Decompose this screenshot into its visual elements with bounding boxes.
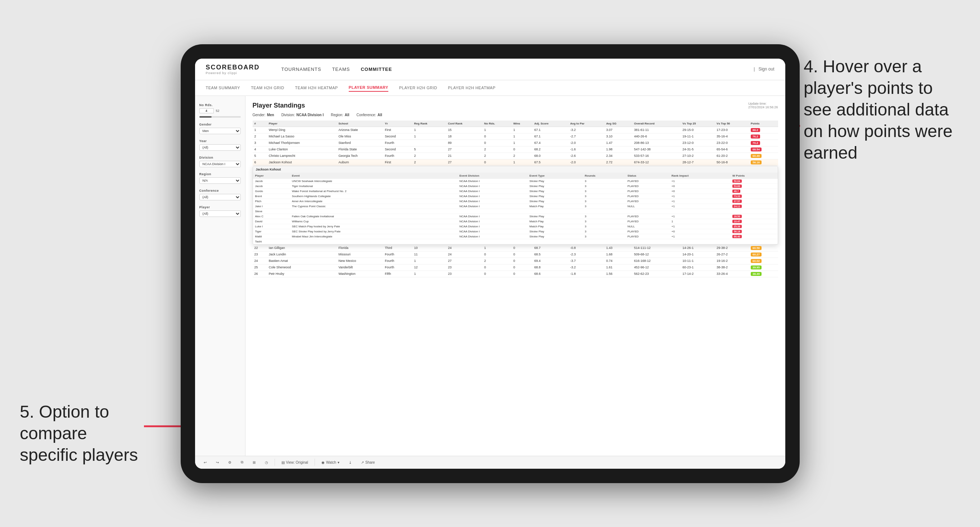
points-badge[interactable]: 60.27 <box>751 252 762 257</box>
event-cell-points[interactable]: 10.47 <box>730 219 777 224</box>
event-points-badge[interactable]: 50.64 <box>732 179 742 183</box>
cell-points[interactable]: 76.2 <box>749 133 778 140</box>
points-badge-hovered[interactable]: 58.18 <box>751 160 762 164</box>
cell-vs25: 19-11-1 <box>681 133 715 140</box>
cell-to-par: -1.6 <box>568 146 604 152</box>
event-points-badge[interactable]: 37.57 <box>732 200 742 203</box>
event-points-badge[interactable]: 10.47 <box>732 220 742 223</box>
cell-points[interactable]: 60.58 <box>749 244 778 251</box>
event-points-badge[interactable]: 73.33 <box>732 195 742 198</box>
clock-button[interactable]: ◷ <box>262 459 271 465</box>
event-points-badge[interactable]: 25.38 <box>732 225 742 228</box>
points-badge[interactable]: 39.95 <box>751 265 762 270</box>
subnav-team-summary[interactable]: TEAM SUMMARY <box>206 84 240 91</box>
update-date: 27/01/2024 16:56:26 <box>748 105 778 109</box>
event-points-badge[interactable]: 56.18 <box>732 230 742 233</box>
points-badge[interactable]: 70.2 <box>751 141 760 145</box>
event-points-badge[interactable]: 46.7 <box>732 190 740 193</box>
subnav-player-h2h-heatmap[interactable]: PLAYER H2H HEATMAP <box>448 84 496 91</box>
region-select[interactable]: N/A <box>199 177 241 184</box>
event-table-row: Brent Southern Highlands Collegiate NCAA… <box>253 194 778 198</box>
copy-button[interactable]: ⧉ <box>238 459 246 465</box>
no-rds-min-input[interactable] <box>199 108 214 113</box>
view-original-button[interactable]: ▤ View: Original <box>278 459 311 465</box>
sign-out-link[interactable]: Sign out <box>758 67 774 71</box>
cell-points[interactable]: 60.49 <box>749 152 778 159</box>
event-cell-division: NCAA Division I <box>457 203 527 209</box>
layout-button[interactable]: ⊞ <box>250 459 258 465</box>
cell-points[interactable]: 60.27 <box>749 251 778 257</box>
download-button[interactable]: ⤓ <box>346 459 355 465</box>
watch-button[interactable]: ◉ Watch ▾ <box>318 459 342 465</box>
event-cell-division: NCAA Division I <box>457 234 527 239</box>
conference-display: Conference: All <box>356 113 382 117</box>
no-rds-slider[interactable] <box>199 116 241 117</box>
event-cell-points[interactable]: 24.11 <box>730 203 777 209</box>
cell-overall: 674-33-12 <box>632 159 681 165</box>
event-cell-points[interactable]: 53.60 <box>730 183 777 189</box>
cell-rds: 2 <box>482 257 511 264</box>
cell-points[interactable]: 38.49 <box>749 270 778 277</box>
cell-to-par: -3.2 <box>568 264 604 270</box>
event-cell-points[interactable] <box>730 239 777 244</box>
points-badge[interactable]: 60.02 <box>751 259 762 263</box>
event-points-badge[interactable]: 53.60 <box>732 184 742 188</box>
bottom-toolbar: ↩ ↪ ⚙ ⧉ ⊞ ◷ ▤ View: Original ◉ Watch ▾ ⤓ <box>195 456 785 469</box>
points-badge[interactable]: 88.2 <box>751 128 760 132</box>
event-cell-points[interactable]: 66.40 <box>730 234 777 239</box>
points-badge[interactable]: 60.49 <box>751 154 762 158</box>
cell-adj-score: 68.2 <box>533 146 569 152</box>
redo-button[interactable]: ↪ <box>213 459 222 465</box>
share-label: Share <box>365 460 375 464</box>
subnav-player-summary[interactable]: PLAYER SUMMARY <box>349 84 388 92</box>
division-select[interactable]: NCAA Division I <box>199 161 241 167</box>
cell-points[interactable]: 58.18 <box>749 159 778 165</box>
event-points-badge[interactable]: 16.50 <box>732 215 742 218</box>
nav-teams[interactable]: TEAMS <box>332 65 350 73</box>
event-cell-rounds: 3 <box>583 214 625 219</box>
points-badge[interactable]: 76.2 <box>751 135 760 138</box>
event-cell-points[interactable]: 56.18 <box>730 229 777 234</box>
cell-to-par: -0.8 <box>568 244 604 251</box>
cell-avg-sg: 1.43 <box>604 244 632 251</box>
gender-select[interactable]: Men Women <box>199 128 241 134</box>
share-button[interactable]: ↗ Share <box>358 459 378 465</box>
cell-adj-score: 67.1 <box>533 127 569 133</box>
points-badge[interactable]: 60.58 <box>751 246 762 250</box>
nav-divider: | <box>754 67 755 71</box>
event-cell-points[interactable]: 46.7 <box>730 189 777 194</box>
no-rds-row: 52 <box>199 108 241 113</box>
cell-points[interactable]: 39.95 <box>749 264 778 270</box>
cell-points[interactable]: 60.02 <box>749 257 778 264</box>
cell-wins: 0 <box>511 270 532 277</box>
col-player: Player <box>267 121 337 127</box>
player-select[interactable]: (All) <box>199 210 241 217</box>
nav-committee[interactable]: COMMITTEE <box>361 65 392 73</box>
cell-points[interactable]: 88.2 <box>749 127 778 133</box>
subnav-team-h2h-heatmap[interactable]: TEAM H2H HEATMAP <box>295 84 338 91</box>
cell-points[interactable]: 70.2 <box>749 140 778 146</box>
event-cell-points[interactable]: 37.57 <box>730 198 777 203</box>
nav-tournaments[interactable]: TOURNAMENTS <box>282 65 321 73</box>
points-badge[interactable]: 38.49 <box>751 272 762 276</box>
event-cell-points[interactable]: 50.64 <box>730 178 777 183</box>
cell-vs50: 35-16-4 <box>715 133 749 140</box>
event-cell-points[interactable]: 73.33 <box>730 194 777 198</box>
year-select[interactable]: (All) <box>199 144 241 151</box>
conference-select[interactable]: (All) <box>199 194 241 200</box>
points-badge[interactable]: 68.54 <box>751 148 762 151</box>
event-cell-points[interactable] <box>730 209 777 214</box>
subnav-team-h2h-grid[interactable]: TEAM H2H GRID <box>251 84 284 91</box>
event-points-badge[interactable]: 66.40 <box>732 235 742 238</box>
subnav-player-h2h-grid[interactable]: PLAYER H2H GRID <box>399 84 437 91</box>
cell-wins: 2 <box>511 152 532 159</box>
event-points-badge[interactable]: 24.11 <box>732 205 742 208</box>
cell-points[interactable]: 68.54 <box>749 146 778 152</box>
filter-group-region: Region N/A <box>199 172 241 184</box>
undo-button[interactable]: ↩ <box>201 459 210 465</box>
cell-reg-rank: 2 <box>412 159 446 165</box>
event-cell-points[interactable]: 16.50 <box>730 214 777 219</box>
cell-vs25: 23-12-0 <box>681 140 715 146</box>
settings-button[interactable]: ⚙ <box>225 459 234 465</box>
event-cell-points[interactable]: 25.38 <box>730 224 777 229</box>
